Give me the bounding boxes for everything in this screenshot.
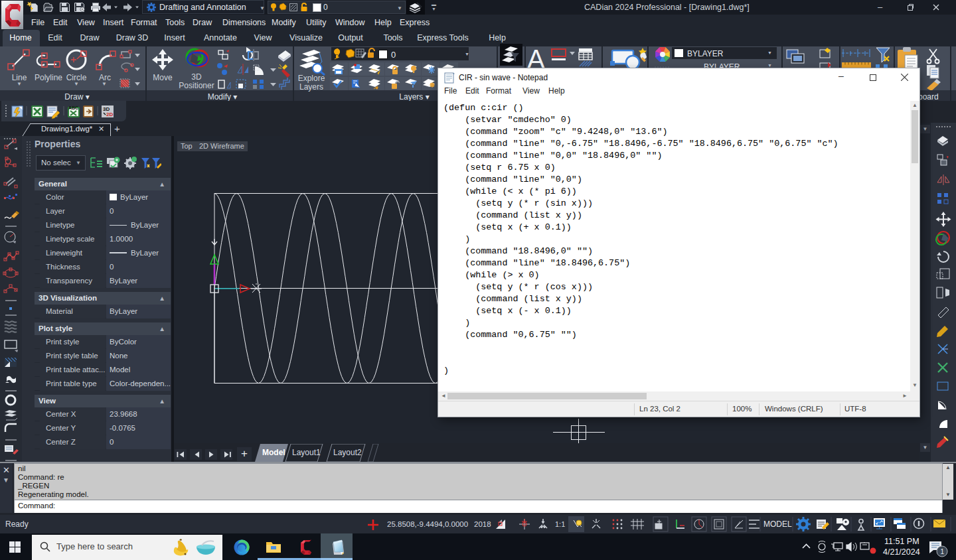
svg-text:1:1: 1:1 xyxy=(555,520,565,528)
svg-text:1: 1 xyxy=(941,548,945,555)
svg-text:ABC: ABC xyxy=(68,105,78,110)
svg-text:0: 0 xyxy=(391,50,396,60)
svg-text:2D: 2D xyxy=(106,111,113,117)
